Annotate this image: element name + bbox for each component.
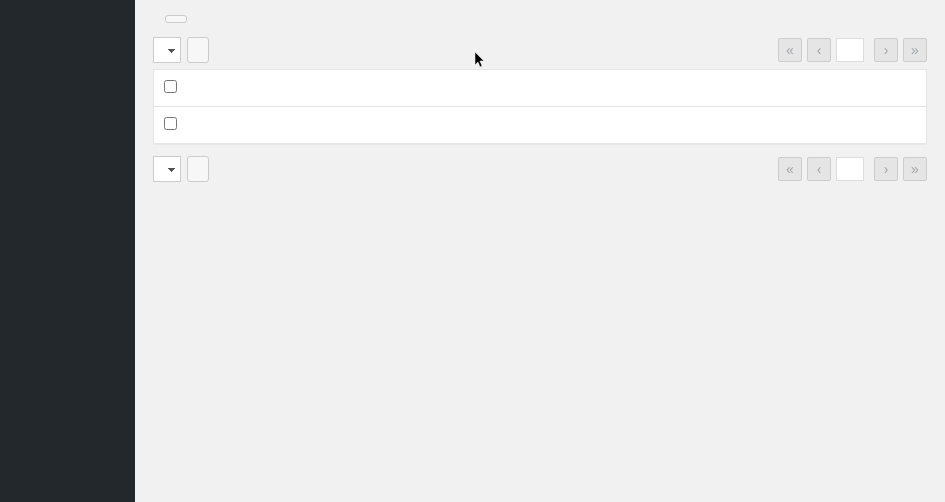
first-page-button-bottom[interactable]: « xyxy=(778,157,802,181)
next-page-button-bottom[interactable]: › xyxy=(874,157,898,181)
apply-button[interactable] xyxy=(187,37,209,63)
page-input-bottom[interactable] xyxy=(836,157,864,181)
main-content: « ‹ › » xyxy=(135,0,945,502)
col-conversion[interactable] xyxy=(832,70,927,107)
add-form-button[interactable] xyxy=(165,15,187,23)
page-input[interactable] xyxy=(836,38,864,62)
last-page-button[interactable]: » xyxy=(903,38,927,62)
pagination-bottom: « ‹ › » xyxy=(773,157,927,181)
bulk-actions-bottom xyxy=(153,156,209,182)
next-page-button[interactable]: › xyxy=(874,38,898,62)
col-entries-foot[interactable] xyxy=(647,107,739,144)
prev-page-button-bottom[interactable]: ‹ xyxy=(807,157,831,181)
col-entries[interactable] xyxy=(647,70,739,107)
sidebar xyxy=(0,0,135,502)
col-views-foot[interactable] xyxy=(739,107,831,144)
bulk-actions-top xyxy=(153,37,209,63)
col-shortcode-foot xyxy=(417,107,647,144)
col-shortcode xyxy=(417,70,647,107)
col-views[interactable] xyxy=(739,70,831,107)
bulk-actions-select[interactable] xyxy=(153,37,181,63)
pagination-top: « ‹ › » xyxy=(773,38,927,62)
apply-button-bottom[interactable] xyxy=(187,156,209,182)
bulk-actions-select-bottom[interactable] xyxy=(153,156,181,182)
prev-page-button[interactable]: ‹ xyxy=(807,38,831,62)
select-all-checkbox[interactable] xyxy=(164,80,177,93)
first-page-button[interactable]: « xyxy=(778,38,802,62)
col-name[interactable] xyxy=(187,70,417,107)
select-all-checkbox-bottom[interactable] xyxy=(164,117,177,130)
col-name-foot[interactable] xyxy=(187,107,417,144)
last-page-button-bottom[interactable]: » xyxy=(903,157,927,181)
col-conversion-foot[interactable] xyxy=(832,107,927,144)
forms-table xyxy=(153,69,927,144)
